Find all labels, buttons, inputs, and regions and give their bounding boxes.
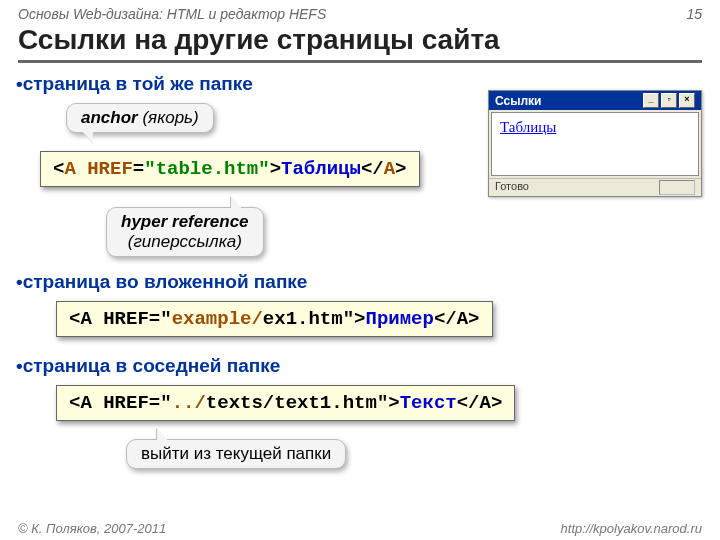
section-nested-folder: •страница во вложенной папке <A HREF="ex… bbox=[16, 271, 720, 337]
header-bar: Основы Web-дизайна: HTML и редактор HEFS… bbox=[0, 0, 720, 22]
min-icon: _ bbox=[643, 93, 659, 108]
page-title: Ссылки на другие страницы сайта bbox=[18, 24, 702, 63]
section-sibling-folder: •страница в соседней папке <A HREF="../t… bbox=[16, 355, 720, 469]
callout-go-up: выйти из текущей папки bbox=[126, 439, 346, 469]
browser-status: Готово bbox=[489, 178, 701, 196]
footer: © К. Поляков, 2007-2011 http://kpolyakov… bbox=[0, 521, 720, 536]
header-left: Основы Web-дизайна: HTML и редактор HEFS bbox=[18, 6, 326, 22]
close-icon: × bbox=[679, 93, 695, 108]
footer-url: http://kpolyakov.narod.ru bbox=[561, 521, 702, 536]
copyright: © К. Поляков, 2007-2011 bbox=[18, 521, 166, 536]
browser-window: Ссылки _ ▫ × Таблицы Готово bbox=[488, 90, 702, 197]
callout-anchor: anchor (якорь) bbox=[66, 103, 214, 133]
heading-3: •страница в соседней папке bbox=[16, 355, 720, 377]
code-box-3: <A HREF="../texts/text1.htm">Текст</A> bbox=[56, 385, 515, 421]
browser-link[interactable]: Таблицы bbox=[500, 119, 556, 135]
callout-hyper-reference: hyper reference (гиперссылка) bbox=[106, 207, 264, 257]
code-box-1: <A HREF="table.htm">Таблицы</A> bbox=[40, 151, 420, 187]
code-box-2: <A HREF="example/ex1.htm">Пример</A> bbox=[56, 301, 493, 337]
max-icon: ▫ bbox=[661, 93, 677, 108]
browser-titlebar: Ссылки _ ▫ × bbox=[489, 91, 701, 110]
heading-2: •страница во вложенной папке bbox=[16, 271, 720, 293]
page-number: 15 bbox=[686, 6, 702, 22]
browser-content: Таблицы bbox=[491, 112, 699, 176]
